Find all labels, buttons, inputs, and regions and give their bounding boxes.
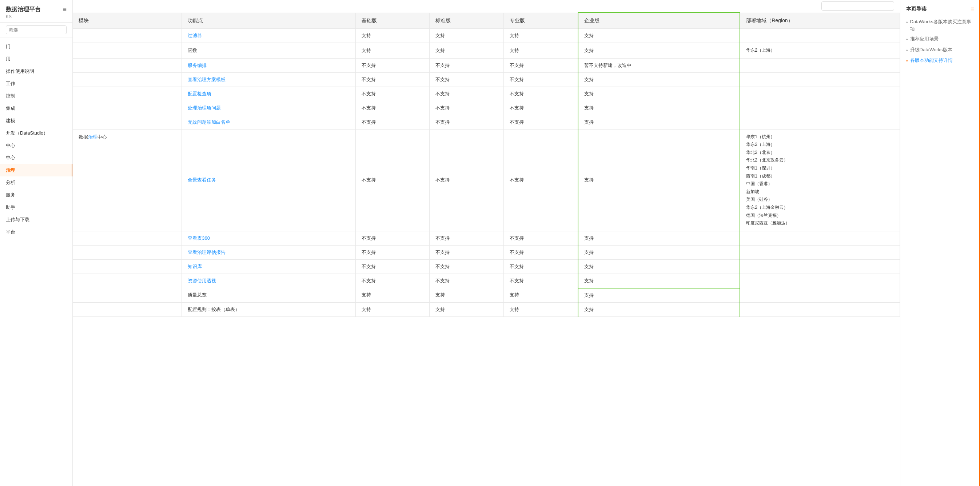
cell-module: [73, 115, 182, 129]
sidebar-item-1[interactable]: 用: [0, 53, 72, 65]
toc-item-0[interactable]: •DataWorks各版本购买注意事项: [906, 17, 974, 34]
feature-link[interactable]: 查看治理方案模板: [188, 77, 226, 82]
sidebar-item-15[interactable]: 平台: [0, 226, 72, 238]
sidebar-header: 数据治理平台 ≡ KS: [0, 0, 72, 22]
table-row: 服务编排不支持不支持不支持暂不支持新建，改造中: [73, 58, 900, 72]
cell-region: [740, 29, 900, 43]
cell-standard: 不支持: [430, 231, 504, 245]
feature-link[interactable]: 全景查看任务: [188, 177, 216, 183]
cell-feature[interactable]: 全景查看任务: [182, 129, 356, 231]
cell-region: [740, 86, 900, 101]
cell-module: [73, 101, 182, 115]
hamburger-icon[interactable]: ≡: [62, 6, 67, 13]
sidebar-item-5[interactable]: 集成: [0, 102, 72, 115]
sidebar-item-11[interactable]: 分析: [0, 177, 72, 189]
col-header-6: 部署地域（Region）: [740, 13, 900, 29]
feature-link[interactable]: 服务编排: [188, 62, 207, 68]
table-row: 查看表360不支持不支持不支持支持: [73, 231, 900, 245]
top-search-input[interactable]: [821, 2, 894, 11]
sidebar-item-13[interactable]: 助手: [0, 201, 72, 214]
cell-standard: 支持: [430, 43, 504, 59]
cell-basic: 不支持: [355, 260, 430, 274]
col-header-4: 专业版: [503, 13, 578, 29]
cell-enterprise: 支持: [578, 29, 740, 43]
cell-basic: 支持: [355, 302, 430, 317]
cell-feature[interactable]: 服务编排: [182, 58, 356, 72]
cell-enterprise: 支持: [578, 245, 740, 260]
toc-dot: •: [906, 19, 908, 26]
right-sidebar-title: 本页导读 ≡: [906, 6, 974, 12]
cell-pro: 不支持: [503, 129, 578, 231]
toc-dot: •: [906, 57, 908, 65]
left-sidebar: 数据治理平台 ≡ KS 门用操作使用说明工作控制集成建模开发（DataStudi…: [0, 0, 73, 486]
sidebar-item-2[interactable]: 操作使用说明: [0, 65, 72, 78]
sidebar-item-6[interactable]: 建模: [0, 115, 72, 127]
cell-standard: 不支持: [430, 115, 504, 129]
cell-basic: 不支持: [355, 86, 430, 101]
cell-module: [73, 43, 182, 59]
cell-standard: 不支持: [430, 101, 504, 115]
cell-feature[interactable]: 资源使用透视: [182, 274, 356, 288]
sidebar-search-input[interactable]: [6, 25, 67, 34]
cell-region: [740, 245, 900, 260]
sidebar-item-9[interactable]: 中心: [0, 152, 72, 164]
right-sidebar: 本页导读 ≡ •DataWorks各版本购买注意事项•推荐应用场景•升级Data…: [900, 0, 980, 486]
sidebar-item-10[interactable]: 治理: [0, 164, 72, 177]
sidebar-item-8[interactable]: 中心: [0, 139, 72, 152]
toc-item-3[interactable]: •各版本功能支持详情: [906, 55, 974, 66]
cell-standard: 不支持: [430, 260, 504, 274]
cell-basic: 支持: [355, 43, 430, 59]
feature-link[interactable]: 查看治理评估报告: [188, 250, 226, 255]
cell-module: [73, 245, 182, 260]
right-sidebar-menu-icon[interactable]: ≡: [971, 6, 974, 12]
cell-feature[interactable]: 无效问题添加白名单: [182, 115, 356, 129]
toc-item-1[interactable]: •推荐应用场景: [906, 34, 974, 45]
sidebar-title-row: 数据治理平台 ≡: [6, 6, 67, 13]
cell-basic: 支持: [355, 288, 430, 303]
cell-feature: 质量总览: [182, 288, 356, 303]
feature-link[interactable]: 处理治理项问题: [188, 105, 221, 111]
cell-region: [740, 260, 900, 274]
cell-region: [740, 231, 900, 245]
cell-feature[interactable]: 配置检查项: [182, 86, 356, 101]
cell-pro: 不支持: [503, 58, 578, 72]
cell-feature[interactable]: 查看表360: [182, 231, 356, 245]
toc-item-2[interactable]: •升级DataWorks版本: [906, 45, 974, 56]
sidebar-item-14[interactable]: 上传与下载: [0, 214, 72, 226]
cell-feature[interactable]: 知识库: [182, 260, 356, 274]
cell-module: [73, 58, 182, 72]
cell-pro: 支持: [503, 29, 578, 43]
cell-basic: 不支持: [355, 245, 430, 260]
sidebar-item-12[interactable]: 服务: [0, 189, 72, 201]
sidebar-item-0[interactable]: 门: [0, 40, 72, 53]
feature-link[interactable]: 知识库: [188, 264, 202, 269]
feature-link[interactable]: 过滤器: [188, 33, 202, 38]
feature-link[interactable]: 配置检查项: [188, 91, 212, 96]
cell-feature[interactable]: 查看治理评估报告: [182, 245, 356, 260]
cell-basic: 不支持: [355, 129, 430, 231]
sidebar-item-7[interactable]: 开发（DataStudio）: [0, 127, 72, 139]
feature-link[interactable]: 查看表360: [188, 235, 210, 241]
feature-link[interactable]: 无效问题添加白名单: [188, 120, 230, 125]
sidebar-item-4[interactable]: 控制: [0, 90, 72, 102]
cell-standard: 支持: [430, 288, 504, 303]
cell-basic: 不支持: [355, 115, 430, 129]
cell-enterprise: 支持: [578, 43, 740, 59]
table-row: 配置规则：按表（单表）支持支持支持支持: [73, 302, 900, 317]
cell-basic: 不支持: [355, 58, 430, 72]
cell-pro: 支持: [503, 302, 578, 317]
table-row: 查看治理方案模板不支持不支持不支持支持: [73, 72, 900, 86]
cell-feature[interactable]: 查看治理方案模板: [182, 72, 356, 86]
toc-dot: •: [906, 47, 908, 54]
toc-label: 推荐应用场景: [910, 35, 939, 43]
cell-pro: 不支持: [503, 86, 578, 101]
cell-module: [73, 302, 182, 317]
cell-region: 华东1（杭州）华东2（上海）华北2（北京）华北2（北京政务云）华南1（深圳）西南…: [740, 129, 900, 231]
cell-feature[interactable]: 过滤器: [182, 29, 356, 43]
cell-feature[interactable]: 处理治理项问题: [182, 101, 356, 115]
cell-module: [73, 288, 182, 303]
table-wrapper: 模块功能点基础版标准版专业版企业版部署地域（Region）过滤器支持支持支持支持…: [73, 12, 900, 486]
cell-region: [740, 101, 900, 115]
sidebar-item-3[interactable]: 工作: [0, 78, 72, 90]
feature-link[interactable]: 资源使用透视: [188, 278, 216, 284]
